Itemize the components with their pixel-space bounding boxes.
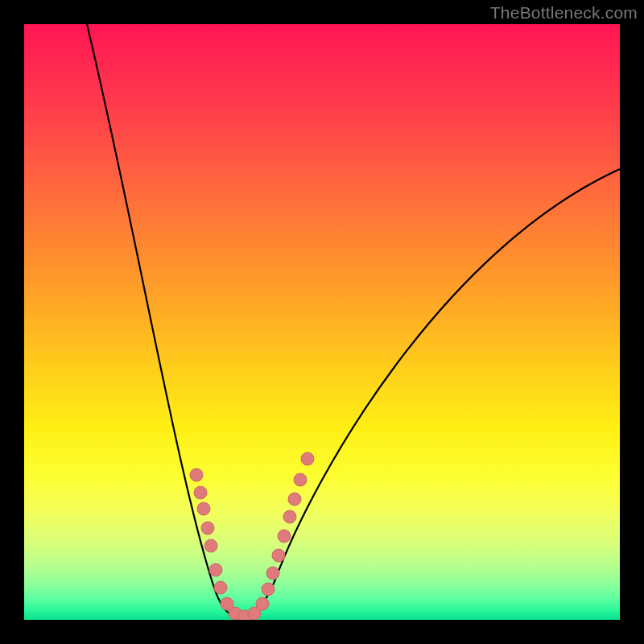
data-marker xyxy=(201,522,214,535)
data-marker xyxy=(209,564,222,576)
data-marker xyxy=(194,486,207,499)
watermark-text: TheBottleneck.com xyxy=(490,3,638,23)
data-marker xyxy=(301,452,314,465)
data-marker xyxy=(283,510,296,523)
data-marker xyxy=(214,581,227,594)
data-marker xyxy=(266,567,279,580)
data-marker xyxy=(272,549,285,562)
data-marker xyxy=(294,473,307,486)
data-marker xyxy=(278,530,291,543)
marker-group xyxy=(190,452,314,620)
right-curve xyxy=(242,169,620,618)
data-marker xyxy=(190,469,203,481)
data-marker xyxy=(204,539,217,552)
chart-frame xyxy=(24,24,620,620)
data-marker xyxy=(197,502,210,515)
data-marker xyxy=(256,597,269,610)
curve-layer xyxy=(24,24,620,620)
left-curve xyxy=(87,24,242,618)
data-marker xyxy=(262,583,275,596)
data-marker xyxy=(288,493,301,506)
